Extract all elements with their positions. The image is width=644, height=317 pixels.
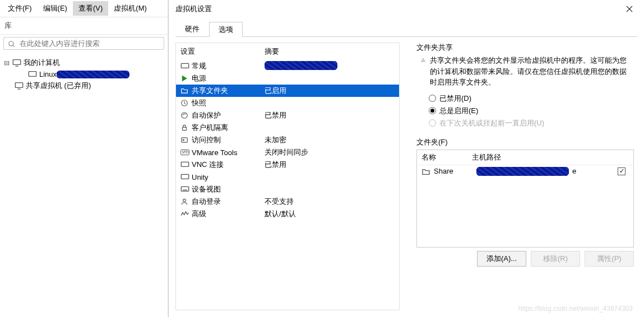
tree-label: Linux bbox=[39, 70, 57, 78]
svg-rect-20 bbox=[181, 187, 188, 191]
radio-disabled[interactable]: 已禁用(D) bbox=[416, 92, 634, 105]
options-list: 设置 摘要 常规 电源 共享文件夹 bbox=[175, 43, 400, 310]
option-access-control[interactable]: 访问控制 未加密 bbox=[176, 134, 399, 146]
radio-icon bbox=[429, 119, 436, 127]
svg-text:vm: vm bbox=[182, 149, 189, 155]
library-tree: 我的计算机 Linux 共享虚拟机 (已弃用) bbox=[0, 54, 168, 94]
remove-folder-button[interactable]: 移除(R) bbox=[531, 251, 580, 267]
tree-my-computer[interactable]: 我的计算机 bbox=[3, 57, 164, 69]
radio-until-shutdown[interactable]: 在下次关机或挂起前一直启用(U) bbox=[416, 117, 634, 129]
svg-point-22 bbox=[183, 199, 186, 202]
tree-label: 共享虚拟机 (已弃用) bbox=[26, 81, 91, 91]
clock-icon bbox=[180, 99, 188, 107]
monitor-icon bbox=[180, 63, 189, 69]
svg-rect-5 bbox=[15, 83, 22, 88]
svg-rect-4 bbox=[29, 71, 36, 76]
folders-group-title: 文件夹(F) bbox=[416, 137, 634, 147]
option-guest-isolation[interactable]: 客户机隔离 bbox=[176, 122, 399, 134]
monitor-icon bbox=[12, 59, 21, 67]
search-icon bbox=[8, 40, 16, 48]
col-header-summary: 摘要 bbox=[265, 46, 279, 57]
svg-rect-2 bbox=[13, 60, 20, 65]
radio-icon bbox=[429, 95, 436, 102]
redacted-text bbox=[265, 61, 337, 70]
folder-enabled-checkbox[interactable] bbox=[618, 167, 626, 175]
tab-options[interactable]: 选项 bbox=[209, 22, 243, 37]
option-autoprotect[interactable]: 自动保护 已禁用 bbox=[176, 109, 399, 122]
radio-icon bbox=[429, 107, 436, 114]
library-search-input[interactable] bbox=[3, 37, 164, 50]
option-vmware-tools[interactable]: vm VMware Tools 关闭时间同步 bbox=[176, 146, 399, 158]
folder-properties-button[interactable]: 属性(P) bbox=[585, 251, 634, 267]
option-vnc[interactable]: VNC 连接 已禁用 bbox=[176, 158, 399, 171]
unity-icon bbox=[180, 174, 189, 180]
option-shared-folders[interactable]: 共享文件夹 已启用 bbox=[176, 85, 399, 97]
folders-col-name: 名称 bbox=[421, 152, 472, 162]
folder-row[interactable]: Share e bbox=[417, 165, 633, 178]
tree-label: 我的计算机 bbox=[24, 58, 60, 68]
option-autologin[interactable]: 自动登录 不受支持 bbox=[176, 195, 399, 208]
folder-name: Share bbox=[434, 167, 473, 175]
close-icon bbox=[626, 6, 633, 12]
dialog-title: 虚拟机设置 bbox=[175, 4, 212, 14]
dialog-tabs: 硬件 选项 bbox=[175, 21, 637, 37]
lock-icon bbox=[180, 124, 188, 132]
folder-icon bbox=[180, 87, 188, 95]
svg-rect-9 bbox=[181, 63, 188, 68]
menu-file[interactable]: 文件(F) bbox=[2, 1, 38, 16]
option-general[interactable]: 常规 bbox=[176, 60, 399, 72]
menu-vm[interactable]: 虚拟机(M) bbox=[108, 1, 152, 16]
svg-rect-18 bbox=[181, 162, 188, 166]
key-icon bbox=[180, 136, 188, 144]
vm-icon bbox=[28, 71, 37, 78]
redacted-text bbox=[476, 167, 569, 176]
tree-collapse-icon[interactable] bbox=[3, 59, 10, 66]
svg-point-15 bbox=[183, 139, 184, 141]
library-title: 库 bbox=[0, 17, 168, 35]
radio-always[interactable]: 总是启用(E) bbox=[416, 105, 634, 117]
device-icon bbox=[180, 186, 189, 193]
user-icon bbox=[180, 198, 188, 206]
menu-edit[interactable]: 编辑(E) bbox=[38, 1, 73, 16]
play-icon bbox=[180, 74, 188, 82]
tree-linux-vm[interactable]: Linux bbox=[3, 69, 164, 80]
redacted-text bbox=[57, 71, 129, 78]
warning-icon bbox=[421, 55, 425, 65]
svg-rect-19 bbox=[181, 174, 188, 179]
option-unity[interactable]: Unity bbox=[176, 171, 399, 183]
svg-rect-13 bbox=[183, 127, 187, 130]
option-device-view[interactable]: 设备视图 bbox=[176, 183, 399, 195]
options-list-header: 设置 摘要 bbox=[176, 43, 399, 60]
vmware-icon: vm bbox=[180, 149, 189, 156]
option-advanced[interactable]: 高级 默认/默认 bbox=[176, 208, 399, 220]
col-header-setting: 设置 bbox=[180, 46, 265, 57]
folders-col-path: 主机路径 bbox=[472, 152, 629, 162]
vnc-icon bbox=[180, 161, 189, 168]
svg-point-0 bbox=[9, 41, 13, 46]
dialog-title-bar: 虚拟机设置 bbox=[169, 0, 644, 18]
tree-shared-vms[interactable]: 共享虚拟机 (已弃用) bbox=[3, 80, 164, 92]
option-power[interactable]: 电源 bbox=[176, 72, 399, 85]
menu-view[interactable]: 查看(V) bbox=[73, 1, 108, 16]
option-snapshot[interactable]: 快照 bbox=[176, 97, 399, 109]
share-notice-text: 共享文件夹会将您的文件显示给虚拟机中的程序。这可能为您的计算机和数据带来风险。请… bbox=[430, 55, 632, 88]
advanced-icon bbox=[180, 211, 189, 217]
folder-icon bbox=[421, 167, 430, 175]
menu-bar: 文件(F) 编辑(E) 查看(V) 虚拟机(M) bbox=[0, 0, 168, 17]
svg-line-1 bbox=[13, 45, 15, 47]
svg-point-24 bbox=[423, 61, 424, 62]
monitor-icon bbox=[15, 82, 24, 90]
share-group-title: 文件夹共享 bbox=[416, 43, 634, 53]
svg-marker-10 bbox=[182, 75, 187, 81]
close-button[interactable] bbox=[618, 2, 641, 16]
folders-listbox[interactable]: 名称 主机路径 Share e bbox=[416, 150, 634, 248]
tab-hardware[interactable]: 硬件 bbox=[175, 21, 209, 36]
svg-point-12 bbox=[182, 113, 188, 119]
add-folder-button[interactable]: 添加(A)... bbox=[477, 251, 526, 267]
shield-icon bbox=[180, 111, 188, 119]
folder-path-tail: e bbox=[572, 167, 576, 175]
